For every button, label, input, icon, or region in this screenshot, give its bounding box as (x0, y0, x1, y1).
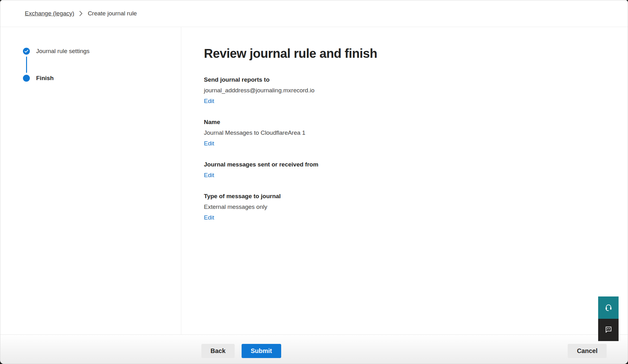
review-section-message-type: Type of message to journal External mess… (204, 191, 609, 223)
breadcrumb-create-journal-rule: Create journal rule (88, 10, 137, 17)
exchange-admin-window: Exchange (legacy) Create journal rule Jo… (0, 0, 628, 364)
edit-name-link[interactable]: Edit (204, 138, 214, 149)
support-button[interactable] (598, 296, 619, 319)
breadcrumb: Exchange (legacy) Create journal rule (0, 0, 628, 27)
rule-name-value: Journal Messages to CloudflareArea 1 (204, 128, 609, 138)
submit-button[interactable]: Submit (242, 344, 281, 358)
floating-button-stack (598, 296, 619, 341)
review-section-journal-messages-from: Journal messages sent or received from E… (204, 159, 609, 181)
edit-message-type-link[interactable]: Edit (204, 212, 214, 223)
cancel-button[interactable]: Cancel (568, 344, 607, 358)
section-label: Type of message to journal (204, 191, 609, 202)
section-label: Name (204, 117, 609, 128)
headset-icon (604, 303, 613, 312)
section-label: Journal messages sent or received from (204, 159, 609, 170)
step-completed-check-icon (23, 48, 30, 55)
chat-icon (604, 325, 613, 334)
wizard-step-journal-rule-settings[interactable]: Journal rule settings (23, 48, 181, 55)
review-section-name: Name Journal Messages to CloudflareArea … (204, 117, 609, 149)
page-title: Review journal rule and finish (204, 46, 609, 61)
review-panel: Review journal rule and finish Send jour… (181, 27, 628, 335)
edit-send-journal-reports-link[interactable]: Edit (204, 96, 214, 106)
section-label: Send journal reports to (204, 74, 609, 85)
wizard-step-label: Journal rule settings (36, 48, 90, 55)
chevron-right-icon (79, 11, 83, 16)
step-connector-line (26, 57, 27, 73)
wizard-steps-rail: Journal rule settings Finish (0, 27, 181, 335)
breadcrumb-exchange-legacy[interactable]: Exchange (legacy) (25, 10, 74, 17)
journal-report-address-value: journal_adddress@journaling.mxrecord.io (204, 85, 609, 96)
step-current-dot-icon (23, 75, 30, 82)
feedback-button[interactable] (598, 319, 619, 341)
edit-journal-messages-from-link[interactable]: Edit (204, 170, 214, 181)
wizard-step-label: Finish (36, 75, 54, 82)
back-button[interactable]: Back (201, 344, 235, 358)
wizard-footer: Back Submit Cancel (0, 334, 628, 364)
review-section-send-journal-reports-to: Send journal reports to journal_adddress… (204, 74, 609, 106)
wizard-step-finish[interactable]: Finish (23, 75, 181, 82)
message-type-value: External messages only (204, 202, 609, 212)
